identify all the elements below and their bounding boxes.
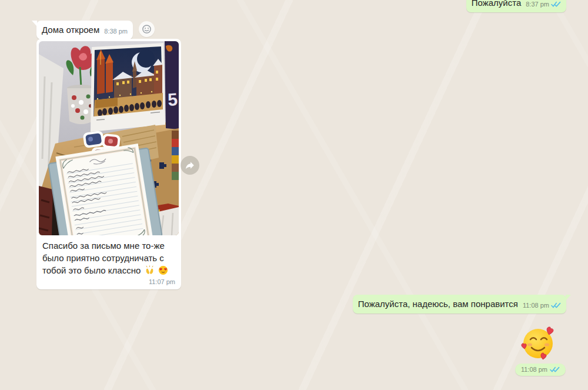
read-double-check-icon — [551, 302, 561, 309]
emoji-message-time-pill: 11:08 pm — [515, 364, 566, 376]
message-emoji-smiling-face-with-hearts[interactable] — [520, 324, 557, 362]
message-time: 8:38 pm — [104, 26, 128, 37]
heart-eyes-emoji — [158, 265, 168, 275]
image-caption: Спасибо за письмо мне то-же было приятно… — [39, 235, 179, 276]
message-bubble-incoming-image[interactable]: 5 — [36, 39, 181, 289]
smiling-face-with-hearts-emoji — [520, 324, 557, 362]
attached-photo[interactable]: 5 — [39, 41, 179, 235]
puzzle-box-number: 5 — [167, 89, 178, 109]
message-time: 8:37 pm — [526, 0, 549, 10]
smiley-icon — [142, 24, 152, 34]
message-text: Пожалуйста, надеюсь, вам понравится — [358, 298, 518, 309]
chat-conversation-panel: Пожалуйста 8:37 pm Дома откроем 8:38 pm — [0, 0, 588, 390]
message-text: Пожалуйста — [472, 0, 522, 8]
message-bubble-outgoing[interactable]: Пожалуйста, надеюсь, вам понравится 11:0… — [353, 295, 566, 314]
read-double-check-icon — [550, 366, 560, 373]
message-time: 11:07 pm — [39, 276, 179, 285]
forward-message-button[interactable] — [181, 156, 199, 175]
add-reaction-button[interactable] — [139, 21, 155, 37]
raising-hands-emoji — [145, 265, 155, 275]
message-bubble-incoming[interactable]: Дома откроем 8:38 pm — [36, 21, 133, 39]
read-double-check-icon — [551, 1, 561, 8]
message-time: 11:08 pm — [521, 366, 547, 373]
message-text: Дома откроем — [42, 24, 99, 35]
forward-arrow-icon — [184, 159, 196, 171]
message-bubble-outgoing[interactable]: Пожалуйста 8:37 pm — [466, 0, 566, 12]
message-time: 11:08 pm — [523, 300, 549, 311]
